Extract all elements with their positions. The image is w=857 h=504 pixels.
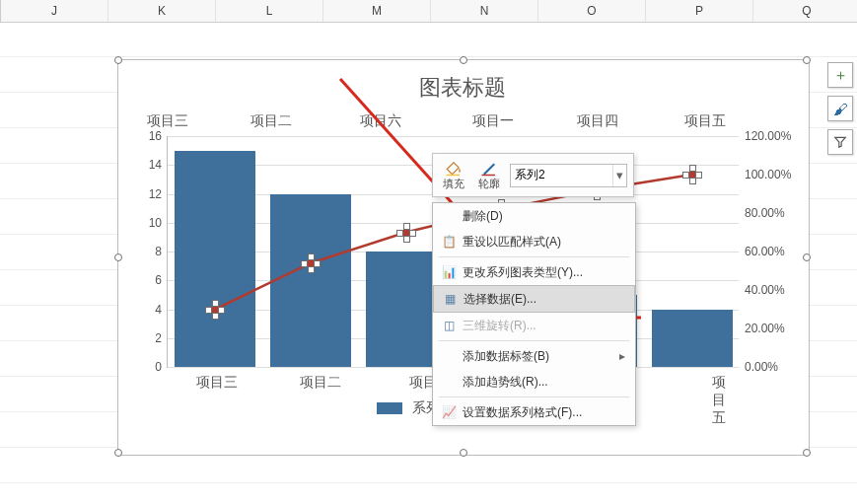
- y-tick: 2: [132, 331, 162, 345]
- legend-swatch-bar: [377, 402, 402, 414]
- col-O[interactable]: O: [538, 0, 646, 22]
- cat-top: 项目一: [472, 112, 514, 130]
- y-tick: 12: [132, 187, 162, 201]
- cat-top: 项目二: [250, 112, 292, 130]
- ctx-add-trendline[interactable]: 添加趋势线(R)...: [433, 369, 635, 395]
- plus-icon: ＋: [833, 66, 848, 85]
- column-headers: J K L M N O P Q: [0, 0, 857, 23]
- ctx-add-data-labels[interactable]: 添加数据标签(B)▸: [433, 343, 635, 369]
- y-tick: 10: [132, 216, 162, 230]
- chart-elements-button[interactable]: ＋: [827, 62, 853, 88]
- context-menu: 删除(D) 📋重设以匹配样式(A) 📊更改系列图表类型(Y)... ▦选择数据(…: [432, 202, 636, 426]
- marker-selection-handles: [399, 226, 413, 240]
- y2-tick: 40.00%: [745, 283, 804, 297]
- y2-tick: 0.00%: [745, 360, 804, 374]
- chart-title[interactable]: 图表标题: [117, 59, 808, 103]
- col-M[interactable]: M: [323, 0, 431, 22]
- chart-handle[interactable]: [803, 253, 811, 261]
- pen-outline-icon: [480, 159, 498, 177]
- table-icon: ▦: [442, 292, 458, 306]
- col-L[interactable]: L: [216, 0, 323, 22]
- mini-toolbar: 填充 轮廓 ▾: [432, 153, 634, 197]
- cat-bot: 项目二: [300, 374, 341, 392]
- marker-selection-handles: [304, 256, 318, 270]
- chart-handle[interactable]: [114, 56, 122, 64]
- ctx-format-series[interactable]: 📈设置数据系列格式(F)...: [433, 399, 635, 425]
- series-selector[interactable]: ▾: [510, 164, 627, 187]
- chart-handle[interactable]: [460, 56, 467, 64]
- ctx-separator: [439, 396, 629, 397]
- chart-filters-button[interactable]: [827, 129, 853, 155]
- chart-handle[interactable]: [460, 449, 467, 457]
- chart-handle[interactable]: [114, 449, 122, 457]
- chart-handle[interactable]: [114, 253, 122, 261]
- cat-top: 项目三: [147, 112, 188, 130]
- chevron-down-icon[interactable]: ▾: [612, 165, 626, 186]
- cat-top: 项目五: [684, 112, 726, 130]
- ctx-delete[interactable]: 删除(D): [433, 203, 635, 229]
- y-tick: 16: [132, 129, 162, 143]
- cat-top: 项目六: [360, 112, 401, 130]
- fill-button[interactable]: 填充: [439, 159, 468, 191]
- ctx-3d-rotate: ◫三维旋转(R)...: [433, 313, 635, 338]
- ctx-change-chart-type[interactable]: 📊更改系列图表类型(Y)...: [433, 259, 635, 285]
- col-P[interactable]: P: [646, 0, 753, 22]
- brush-icon: 🖌: [833, 101, 848, 117]
- cat-bot: 项目三: [196, 374, 238, 392]
- outline-label: 轮廓: [478, 177, 500, 191]
- y2-tick: 100.00%: [745, 168, 804, 181]
- chart-type-icon: 📊: [441, 265, 457, 279]
- y-tick: 14: [132, 158, 162, 172]
- y2-tick: 60.00%: [745, 245, 804, 258]
- col-Q[interactable]: Q: [753, 0, 857, 22]
- paint-bucket-icon: [445, 159, 463, 177]
- col-K[interactable]: K: [108, 0, 216, 22]
- y-tick: 6: [132, 273, 162, 287]
- ctx-separator: [439, 340, 629, 341]
- category-axis-top: 项目三 项目二 项目六 项目一 项目四 项目五: [117, 112, 808, 134]
- y-tick: 4: [132, 303, 162, 317]
- chart-side-panel: ＋ 🖌: [827, 54, 857, 163]
- format-icon: 📈: [441, 405, 457, 419]
- submenu-arrow-icon: ▸: [619, 349, 625, 363]
- ctx-separator: [439, 256, 629, 257]
- ctx-reset-style[interactable]: 📋重设以匹配样式(A): [433, 229, 635, 254]
- cat-top: 项目四: [577, 112, 618, 130]
- outline-button[interactable]: 轮廓: [474, 159, 504, 191]
- cube-icon: ◫: [441, 319, 457, 332]
- fill-label: 填充: [443, 177, 464, 191]
- chart-styles-button[interactable]: 🖌: [827, 96, 853, 121]
- series-select-input[interactable]: [511, 169, 612, 182]
- marker-selection-handles: [208, 303, 222, 317]
- ctx-select-data[interactable]: ▦选择数据(E)...: [433, 285, 635, 313]
- chart-handle[interactable]: [803, 56, 811, 64]
- y2-tick: 80.00%: [745, 206, 804, 220]
- funnel-icon: [833, 135, 847, 149]
- y2-tick: 120.00%: [745, 129, 804, 143]
- col-J[interactable]: J: [1, 0, 108, 22]
- col-N[interactable]: N: [431, 0, 538, 22]
- y-tick: 0: [132, 360, 162, 374]
- marker-selection-handles: [685, 168, 699, 181]
- reset-style-icon: 📋: [441, 235, 457, 249]
- cat-bot: 项目五: [712, 374, 739, 427]
- chart-handle[interactable]: [803, 449, 811, 457]
- y2-tick: 20.00%: [745, 322, 804, 335]
- y-tick: 8: [132, 245, 162, 258]
